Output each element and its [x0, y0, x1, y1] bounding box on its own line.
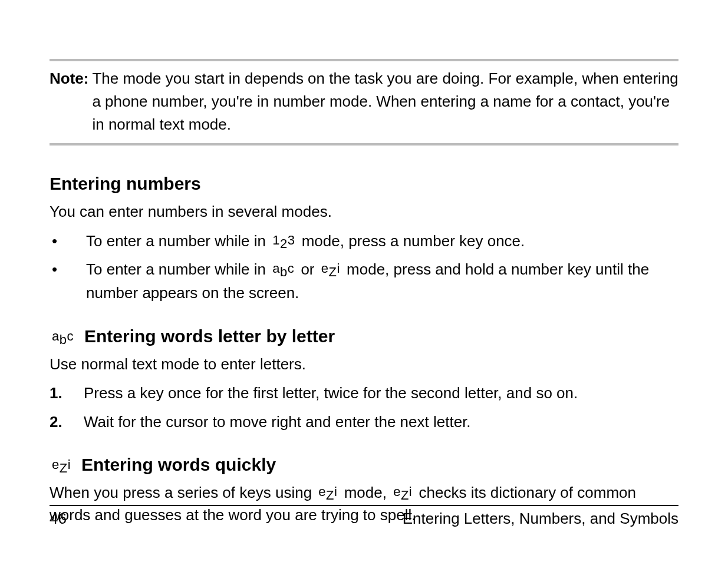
mode-ezi-icon: eZi — [321, 260, 340, 280]
mode-ezi-icon: eZi — [318, 484, 337, 503]
section-entering-words-letter: abc Entering words letter by letter Use … — [50, 326, 678, 434]
mode-abc-icon: abc — [52, 330, 74, 346]
section-entering-numbers: Entering numbers You can enter numbers i… — [50, 174, 678, 305]
heading-entering-words-quickly: Entering words quickly — [81, 455, 276, 475]
heading-entering-words-letter: Entering words letter by letter — [84, 326, 335, 346]
page-footer: 46 Entering Letters, Numbers, and Symbol… — [50, 505, 678, 528]
bullet1-text-a: To enter a number while in — [86, 232, 270, 250]
mode-abc-icon: abc — [272, 260, 294, 280]
bullet1-text-b: mode, press a number key once. — [302, 232, 525, 250]
mode-123-icon: 123 — [272, 232, 295, 252]
bullet2-text-a: To enter a number while in — [86, 260, 270, 278]
intro-entering-numbers: You can enter numbers in several modes. — [50, 201, 678, 223]
mode-ezi-icon: eZi — [393, 484, 412, 503]
page-number: 46 — [50, 510, 67, 528]
mode-ezi-icon: eZi — [52, 459, 71, 474]
list-item: To enter a number while in abc or eZi mo… — [50, 257, 678, 305]
note-block: Note: The mode you start in depends on t… — [50, 59, 678, 146]
step1-text: Press a key once for the first letter, t… — [84, 381, 678, 405]
list-item: To enter a number while in 123 mode, pre… — [50, 229, 678, 253]
step2-text: Wait for the cursor to move right and en… — [84, 410, 678, 434]
footer-title: Entering Letters, Numbers, and Symbols — [403, 510, 678, 528]
heading-entering-numbers: Entering numbers — [50, 174, 678, 194]
bullet2-text-b: or — [301, 260, 318, 278]
intro-entering-words-letter: Use normal text mode to enter letters. — [50, 353, 678, 376]
p3-text-b: mode, — [344, 484, 391, 501]
page-content: Note: The mode you start in depends on t… — [0, 0, 728, 526]
list-item: Wait for the cursor to move right and en… — [50, 410, 678, 434]
note-label: Note: — [50, 67, 88, 136]
p3-text-a: When you press a series of keys using — [50, 484, 316, 501]
list-item: Press a key once for the first letter, t… — [50, 381, 678, 405]
note-text: The mode you start in depends on the tas… — [92, 67, 678, 136]
